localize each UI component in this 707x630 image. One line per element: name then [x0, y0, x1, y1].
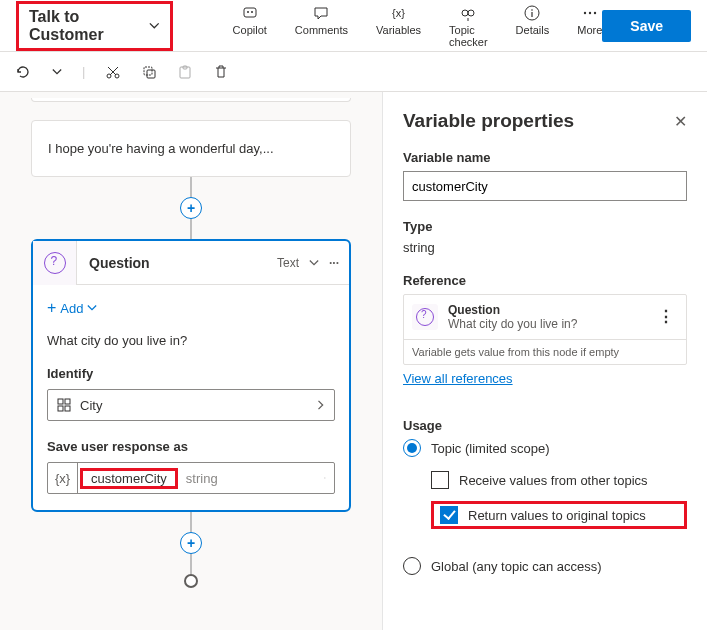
- chevron-down-icon[interactable]: [309, 258, 319, 268]
- message-text: I hope you're having a wonderful day,...: [48, 141, 274, 156]
- svg-rect-21: [65, 406, 70, 411]
- reference-footer: Variable gets value from this node if em…: [404, 339, 686, 364]
- canvas: I hope you're having a wonderful day,...…: [0, 92, 383, 630]
- reference-label: Reference: [403, 273, 687, 288]
- identify-select[interactable]: City: [47, 389, 335, 421]
- chevron-right-icon: [324, 473, 334, 483]
- svg-rect-14: [144, 67, 152, 75]
- chevron-right-icon: [316, 400, 326, 410]
- reference-title: Question: [448, 303, 577, 317]
- comments-tool[interactable]: Comments: [295, 3, 348, 48]
- variables-tool[interactable]: {x} Variables: [376, 3, 421, 48]
- more-tool[interactable]: More: [577, 3, 602, 48]
- cut-button[interactable]: [105, 64, 121, 80]
- type-label: Type: [403, 219, 687, 234]
- copilot-tool[interactable]: Copilot: [233, 3, 267, 48]
- return-values-highlight: Return values to original topics: [431, 501, 687, 529]
- details-tool[interactable]: Details: [516, 3, 550, 48]
- svg-point-10: [589, 12, 591, 14]
- end-node: [184, 574, 198, 588]
- svg-rect-18: [58, 399, 63, 404]
- add-node-button[interactable]: +: [180, 532, 202, 554]
- question-title: Question: [77, 255, 277, 271]
- view-all-references-link[interactable]: View all references: [403, 371, 513, 386]
- svg-point-2: [251, 11, 253, 13]
- usage-global-radio[interactable]: Global (any topic can access): [403, 557, 687, 575]
- undo-chevron-icon[interactable]: [52, 67, 62, 77]
- svg-rect-20: [58, 406, 63, 411]
- save-button[interactable]: Save: [602, 10, 691, 42]
- details-icon: [523, 3, 541, 23]
- more-icon: [581, 3, 599, 23]
- svg-point-9: [584, 12, 586, 14]
- svg-rect-0: [244, 8, 256, 17]
- identify-value: City: [80, 398, 102, 413]
- svg-rect-8: [532, 12, 533, 17]
- variable-icon: {x}: [48, 463, 78, 493]
- delete-button[interactable]: [213, 64, 229, 80]
- radio-icon: [403, 439, 421, 457]
- question-icon: [33, 241, 77, 285]
- topic-name-label: Talk to Customer: [29, 8, 143, 44]
- save-response-label: Save user response as: [47, 439, 335, 454]
- receive-values-checkbox[interactable]: Receive values from other topics: [431, 471, 687, 489]
- reference-card[interactable]: Question What city do you live in? ⋮ Var…: [403, 294, 687, 365]
- svg-text:{x}: {x}: [392, 7, 405, 19]
- variable-properties-panel: Variable properties ✕ Variable name Type…: [383, 92, 707, 630]
- topic-checker-icon: [459, 3, 477, 23]
- question-type-label: Text: [277, 256, 299, 270]
- identify-label: Identify: [47, 366, 335, 381]
- svg-point-1: [247, 11, 249, 13]
- checkbox-icon: [440, 506, 458, 524]
- variable-select[interactable]: {x} customerCity string: [47, 462, 335, 494]
- variables-icon: {x}: [390, 3, 408, 23]
- connector: [190, 177, 192, 197]
- svg-point-11: [594, 12, 596, 14]
- svg-rect-15: [147, 70, 155, 78]
- svg-rect-19: [65, 399, 70, 404]
- radio-icon: [403, 557, 421, 575]
- question-text: What city do you live in?: [47, 333, 335, 348]
- node-more-icon[interactable]: ···: [329, 256, 339, 270]
- connector: [190, 554, 192, 574]
- variable-type: string: [180, 471, 224, 486]
- undo-button[interactable]: [14, 63, 32, 81]
- copilot-icon: [241, 3, 259, 23]
- variable-name: customerCity: [80, 468, 178, 489]
- question-icon: [412, 304, 438, 330]
- checkbox-icon: [431, 471, 449, 489]
- panel-title: Variable properties: [403, 110, 674, 132]
- chevron-down-icon: [149, 20, 160, 32]
- svg-point-5: [468, 10, 474, 16]
- separator: |: [82, 64, 85, 79]
- topic-name-dropdown[interactable]: Talk to Customer: [16, 1, 173, 51]
- comments-icon: [312, 3, 330, 23]
- connector: [190, 219, 192, 239]
- topic-checker-tool[interactable]: Topic checker: [449, 3, 488, 48]
- svg-point-4: [462, 10, 468, 16]
- variable-name-input[interactable]: [403, 171, 687, 201]
- variable-name-label: Variable name: [403, 150, 687, 165]
- copy-button[interactable]: [141, 64, 157, 80]
- add-button[interactable]: + Add: [47, 297, 335, 319]
- paste-button[interactable]: [177, 64, 193, 80]
- type-value: string: [403, 240, 687, 255]
- connector: [190, 512, 192, 532]
- usage-label: Usage: [403, 418, 687, 433]
- chevron-down-icon: [87, 303, 97, 313]
- add-node-button[interactable]: +: [180, 197, 202, 219]
- close-button[interactable]: ✕: [674, 112, 687, 131]
- reference-more-icon[interactable]: ⋮: [658, 315, 678, 319]
- reference-subtitle: What city do you live in?: [448, 317, 577, 331]
- return-values-checkbox[interactable]: Return values to original topics: [440, 506, 646, 524]
- usage-topic-radio[interactable]: Topic (limited scope): [403, 439, 687, 457]
- svg-point-7: [532, 9, 534, 11]
- question-node[interactable]: Question Text ··· + Add What city do you…: [31, 239, 351, 512]
- entity-icon: [56, 397, 72, 413]
- message-node[interactable]: I hope you're having a wonderful day,...: [31, 120, 351, 177]
